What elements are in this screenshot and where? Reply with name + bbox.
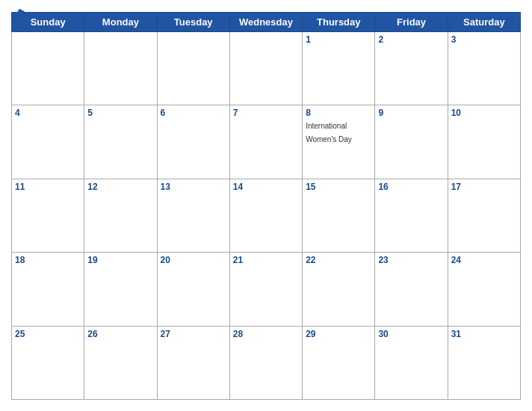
calendar-cell: 2 — [375, 32, 448, 105]
logo — [11, 7, 26, 19]
day-number: 29 — [306, 329, 371, 339]
day-number: 10 — [451, 108, 517, 118]
calendar-cell: 1 — [303, 32, 375, 105]
day-number: 5 — [87, 108, 153, 118]
calendar-cell: 22 — [303, 253, 375, 326]
calendar-cell: 19 — [84, 253, 157, 326]
calendar-cell: 21 — [229, 253, 302, 326]
calendar-cell: 16 — [375, 179, 448, 252]
calendar-cell: 25 — [12, 326, 84, 399]
calendar-cell: 4 — [12, 105, 84, 179]
day-number: 31 — [451, 329, 517, 339]
calendar-week-row: 45678International Women's Day910 — [12, 105, 521, 179]
day-number: 13 — [161, 182, 226, 192]
calendar-cell: 9 — [375, 105, 448, 179]
day-number: 27 — [161, 329, 226, 339]
day-number: 4 — [15, 108, 81, 118]
logo-blue-container — [11, 7, 26, 19]
day-number: 7 — [233, 108, 299, 118]
day-number: 9 — [378, 108, 444, 118]
calendar-cell: 5 — [84, 105, 157, 179]
weekday-header-tuesday: Tuesday — [157, 13, 229, 32]
calendar-cell: 29 — [303, 326, 375, 399]
day-number: 24 — [451, 255, 517, 265]
day-number: 30 — [378, 329, 444, 339]
day-number: 2 — [378, 34, 444, 45]
day-number: 14 — [233, 182, 299, 192]
calendar-cell: 26 — [84, 326, 157, 399]
day-number: 22 — [306, 255, 371, 265]
day-number: 11 — [15, 182, 81, 192]
day-number: 1 — [306, 34, 371, 45]
calendar-cell — [12, 32, 84, 105]
calendar-cell: 11 — [12, 179, 84, 252]
svg-marker-0 — [14, 9, 25, 18]
weekday-header-saturday: Saturday — [448, 13, 520, 32]
day-number: 3 — [451, 34, 517, 45]
calendar-cell: 18 — [12, 253, 84, 326]
day-number: 8 — [306, 108, 371, 118]
calendar-cell — [157, 32, 229, 105]
calendar-cell: 15 — [303, 179, 375, 252]
day-number: 6 — [161, 108, 226, 118]
day-number: 25 — [15, 329, 81, 339]
day-number: 20 — [161, 255, 226, 265]
event-text: International Women's Day — [306, 122, 352, 143]
calendar-cell — [84, 32, 157, 105]
calendar-cell: 23 — [375, 253, 448, 326]
calendar-cell: 7 — [229, 105, 302, 179]
calendar-container: SundayMondayTuesdayWednesdayThursdayFrid… — [0, 0, 532, 411]
day-number: 17 — [451, 182, 517, 192]
calendar-cell: 27 — [157, 326, 229, 399]
calendar-week-row: 25262728293031 — [12, 326, 521, 399]
weekday-header-row: SundayMondayTuesdayWednesdayThursdayFrid… — [12, 13, 521, 32]
day-number: 23 — [378, 255, 444, 265]
calendar-cell: 8International Women's Day — [303, 105, 375, 179]
calendar-cell: 24 — [448, 253, 520, 326]
weekday-header-friday: Friday — [375, 13, 448, 32]
calendar-cell: 14 — [229, 179, 302, 252]
weekday-header-wednesday: Wednesday — [229, 13, 302, 32]
calendar-cell: 13 — [157, 179, 229, 252]
day-number: 19 — [87, 255, 153, 265]
day-number: 18 — [15, 255, 81, 265]
calendar-table: SundayMondayTuesdayWednesdayThursdayFrid… — [11, 12, 521, 400]
calendar-cell: 30 — [375, 326, 448, 399]
day-number: 21 — [233, 255, 299, 265]
calendar-cell: 31 — [448, 326, 520, 399]
calendar-week-row: 11121314151617 — [12, 179, 521, 252]
day-number: 12 — [87, 182, 153, 192]
calendar-cell: 10 — [448, 105, 520, 179]
calendar-cell: 17 — [448, 179, 520, 252]
day-number: 15 — [306, 182, 371, 192]
calendar-cell: 6 — [157, 105, 229, 179]
calendar-cell: 12 — [84, 179, 157, 252]
weekday-header-thursday: Thursday — [303, 13, 375, 32]
weekday-header-monday: Monday — [84, 13, 157, 32]
calendar-week-row: 18192021222324 — [12, 253, 521, 326]
calendar-cell — [229, 32, 302, 105]
calendar-cell: 3 — [448, 32, 520, 105]
calendar-cell: 28 — [229, 326, 302, 399]
day-number: 16 — [378, 182, 444, 192]
calendar-week-row: 123 — [12, 32, 521, 105]
day-number: 26 — [87, 329, 153, 339]
logo-bird-icon — [13, 7, 26, 19]
day-number: 28 — [233, 329, 299, 339]
calendar-cell: 20 — [157, 253, 229, 326]
